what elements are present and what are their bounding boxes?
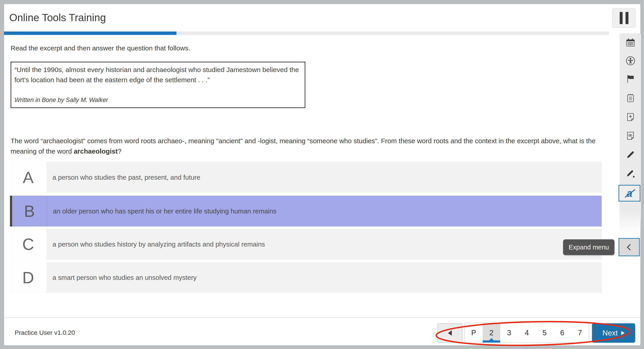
footer-divider (4, 317, 640, 318)
user-version-label: Practice User v1.0.20 (15, 329, 75, 337)
answer-masking-icon (625, 131, 636, 141)
option-letter: B (12, 196, 47, 227)
highlighter-tool-button[interactable] (624, 167, 637, 180)
progress-bar (4, 31, 609, 35)
page-tab-4[interactable]: 4 (518, 323, 536, 343)
notepad-icon (625, 93, 636, 103)
pencil-tool-button[interactable] (624, 148, 637, 161)
page-tab-p[interactable]: P (465, 323, 483, 343)
notepad-tool-button[interactable] (624, 92, 637, 104)
test-window: Online Tools Training Read the excerpt a… (4, 4, 640, 346)
option-text: an older person who has spent his or her… (47, 196, 602, 227)
page-title: Online Tools Training (9, 11, 106, 24)
answer-option-c[interactable]: C a person who studies history by analyz… (10, 229, 602, 260)
pencil-icon (625, 149, 636, 160)
passage-quote: “Until the 1990s, almost every historian… (14, 65, 302, 85)
tools-sidebar (620, 33, 641, 235)
pause-button[interactable] (612, 8, 636, 27)
page-tab-2[interactable]: 2 (483, 323, 500, 343)
page-tab-6[interactable]: 6 (554, 323, 571, 343)
pause-icon (620, 12, 622, 24)
collapse-menu-button[interactable] (618, 238, 640, 256)
add-note-tool-button[interactable] (624, 111, 637, 123)
answer-masking-tool-button[interactable] (624, 129, 637, 142)
instructions-text: Read the excerpt and then answer the que… (10, 44, 190, 52)
back-arrow-icon (448, 330, 452, 336)
page-tab-7[interactable]: 7 (571, 323, 589, 343)
progress-fill (4, 31, 176, 35)
option-letter: D (10, 262, 46, 293)
answer-eliminator-icon: a (627, 188, 632, 198)
option-letter: C (10, 229, 46, 260)
option-letter: A (10, 162, 46, 193)
option-text: a smart person who studies an unsolved m… (46, 262, 602, 293)
expand-menu-tooltip: Expand menu (563, 239, 614, 255)
accessibility-icon (625, 56, 636, 66)
passage-box: “Until the 1990s, almost every historian… (10, 62, 305, 108)
option-text: a person who studies the past, present, … (46, 162, 602, 193)
flag-icon (625, 74, 636, 84)
pause-icon (626, 12, 628, 24)
calendar-icon (625, 37, 636, 47)
answer-option-b[interactable]: B an older person who has spent his or h… (10, 196, 602, 227)
highlighter-icon (625, 168, 636, 179)
passage-attribution: Written in Bone by Sally M. Walker (14, 97, 302, 104)
next-button[interactable]: Next (592, 323, 635, 343)
answer-option-a[interactable]: A a person who studies the past, present… (10, 162, 602, 193)
page-tab-3[interactable]: 3 (500, 323, 518, 343)
next-arrow-icon (621, 331, 624, 335)
flag-tool-button[interactable] (624, 72, 637, 85)
answer-option-d[interactable]: D a smart person who studies an unsolved… (10, 262, 602, 293)
previous-page-button[interactable] (437, 323, 462, 343)
answer-eliminator-tool-button[interactable]: a (618, 185, 640, 202)
calendar-tool-button[interactable] (624, 36, 637, 49)
option-text: a person who studies history by analyzin… (46, 229, 602, 260)
question-text: The word “archaeologist” comes from word… (10, 136, 600, 156)
accessibility-tool-button[interactable] (624, 54, 637, 67)
page-navigator: P 2 3 4 5 6 7 (464, 323, 589, 343)
add-note-icon (625, 112, 636, 122)
chevron-left-icon (624, 242, 634, 252)
question-bold-word: archaeologist (74, 147, 118, 155)
page-tab-5[interactable]: 5 (536, 323, 554, 343)
